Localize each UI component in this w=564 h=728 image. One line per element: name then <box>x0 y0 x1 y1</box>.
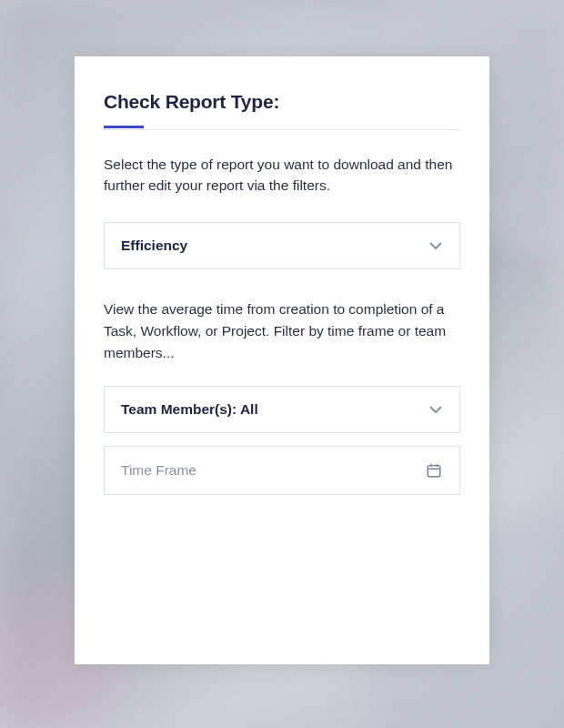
time-frame-placeholder: Time Frame <box>121 462 196 479</box>
chevron-down-icon <box>428 238 443 253</box>
time-frame-input[interactable]: Time Frame <box>104 446 460 495</box>
sub-description-text: View the average time from creation to c… <box>104 298 460 364</box>
description-text: Select the type of report you want to do… <box>104 154 460 197</box>
team-member-select[interactable]: Team Member(s): All <box>104 386 460 433</box>
title-underline <box>104 126 144 128</box>
card-title: Check Report Type: <box>104 91 460 113</box>
report-card: Check Report Type: Select the type of re… <box>75 56 489 664</box>
calendar-icon <box>425 461 443 480</box>
report-type-select[interactable]: Efficiency <box>104 222 460 269</box>
divider <box>104 129 460 130</box>
chevron-down-icon <box>428 402 443 417</box>
team-member-selected-label: Team Member(s): All <box>121 401 258 418</box>
svg-rect-0 <box>428 465 440 476</box>
report-type-selected-label: Efficiency <box>121 238 187 254</box>
